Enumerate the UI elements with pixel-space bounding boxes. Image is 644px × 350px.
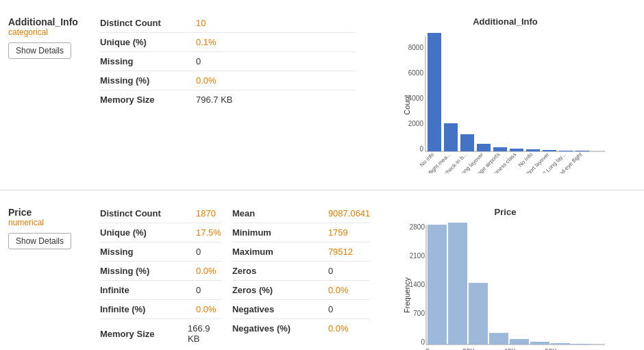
stat-value: 79512 [328, 247, 353, 257]
stat-value: 0 [196, 56, 201, 66]
stat-label: Maximum [232, 247, 328, 257]
chart-title-price: Price [495, 207, 517, 217]
stats-row: Unique (%) 17.5% [100, 223, 221, 242]
field-name-price: Price [8, 207, 81, 218]
chart-svg-price: Frequency 0 700 1400 2100 2800 [403, 220, 608, 350]
stats-row: Minimum 1759 [232, 223, 370, 242]
stats-row: Unique (%) 0.1% [100, 33, 356, 52]
stat-value: 1759 [328, 227, 348, 238]
svg-text:0: 0 [419, 145, 423, 153]
stat-label: Missing (%) [100, 75, 196, 86]
bar-60k-70k [551, 343, 570, 345]
stat-value: 0.0% [196, 75, 216, 86]
stats-row: Zeros (%) 0.0% [232, 281, 370, 300]
stat-value: 0 [196, 247, 201, 257]
stat-label: Memory Size [100, 329, 188, 339]
svg-text:6000: 6000 [408, 69, 423, 77]
bar-nocheckin [460, 134, 474, 151]
stat-value: 0.0% [328, 285, 349, 295]
svg-text:8000: 8000 [408, 44, 423, 51]
bar-businessclass [510, 149, 523, 151]
stats-row: Distinct Count 10 [100, 14, 356, 33]
stat-label: Zeros (%) [232, 285, 328, 295]
stat-value: 17.5% [196, 227, 221, 238]
section-additional-info: Additional_Info categorical Show Details… [0, 0, 644, 190]
chart-svg-additional-info: Count 0 2000 4000 6000 8000 [403, 29, 608, 173]
stats-row: Missing (%) 0.0% [100, 262, 221, 281]
stats-row: Memory Size 166.9 KB [100, 319, 221, 348]
bar-0-10k [428, 225, 447, 345]
svg-text:2800: 2800 [409, 223, 425, 231]
stats-row: Negatives (%) 0.0% [232, 319, 370, 338]
bar-70k-plus [571, 344, 591, 345]
stat-label: Distinct Count [100, 208, 196, 218]
bar-noinfo2 [526, 149, 540, 151]
svg-text:0: 0 [421, 338, 425, 346]
stat-label: Unique (%) [100, 227, 196, 238]
bar-changeairports [493, 147, 507, 151]
stats-row: Missing 0 [100, 242, 221, 262]
chart-price: Price Frequency 0 700 1400 2100 2800 [367, 201, 644, 350]
stat-value: 0.0% [196, 304, 216, 314]
stat-value: 796.7 KB [196, 95, 233, 105]
bar-inflight [444, 123, 458, 151]
stat-label: Missing [100, 56, 196, 66]
chart-title-additional-info: Additional_Info [473, 16, 538, 27]
svg-text:700: 700 [413, 310, 425, 317]
stats-table-additional-info: Distinct Count 10 Unique (%) 0.1% Missin… [89, 11, 367, 112]
stats-row: Memory Size 796.7 KB [100, 90, 356, 109]
stat-value: 0.0% [196, 266, 216, 276]
stat-value: 0 [196, 285, 201, 295]
bar-40k-50k [510, 339, 529, 345]
field-name-additional-info: Additional_Info [8, 16, 81, 27]
stat-label: Minimum [232, 227, 328, 238]
stat-label: Negatives (%) [232, 323, 328, 334]
field-type-price: numerical [8, 218, 81, 227]
field-type-additional-info: categorical [8, 27, 81, 37]
stat-value: 166.9 KB [188, 323, 221, 344]
stat-label: Zeros [232, 266, 328, 276]
stat-value: 9087.0641 [328, 208, 370, 218]
bar-50k-60k [530, 342, 549, 345]
show-details-button-price[interactable]: Show Details [8, 233, 71, 249]
bar-no-info [428, 33, 441, 151]
svg-text:4000: 4000 [408, 95, 423, 102]
stat-label: Missing [100, 247, 196, 257]
show-details-button-additional-info[interactable]: Show Details [8, 42, 71, 59]
stat-label: Missing (%) [100, 266, 196, 276]
bar-10k-20k [448, 223, 467, 345]
stats-row: Missing (%) 0.0% [100, 71, 356, 90]
stat-label: Unique (%) [100, 37, 196, 47]
stat-label: Negatives [232, 304, 328, 314]
stats-col-right: Mean 9087.0641 Minimum 1759 Maximum 7951… [227, 204, 370, 348]
stats-col-left: Distinct Count 1870 Unique (%) 17.5% Mis… [100, 204, 227, 348]
svg-text:1400: 1400 [409, 281, 425, 288]
bar-longlayover [477, 144, 491, 151]
stat-value: 0 [328, 304, 333, 314]
bar-shortlayover [543, 150, 556, 151]
stats-table-price: Distinct Count 1870 Unique (%) 17.5% Mis… [89, 201, 367, 350]
left-panel-additional-info: Additional_Info categorical Show Details [0, 11, 89, 64]
svg-text:2000: 2000 [408, 120, 423, 127]
stat-label: Memory Size [100, 95, 196, 105]
bar-20k-30k [469, 283, 488, 345]
stats-row: Infinite 0 [100, 281, 221, 300]
stats-row: Zeros 0 [232, 262, 370, 281]
bar-30k-40k [489, 333, 508, 345]
section-price: Price numerical Show Details Distinct Co… [0, 190, 644, 350]
stats-row: Distinct Count 1870 [100, 204, 221, 223]
stats-row: Negatives 0 [232, 300, 370, 319]
stats-row: Maximum 79512 [232, 242, 370, 262]
stats-row: Missing 0 [100, 52, 356, 71]
stat-label: Infinite (%) [100, 304, 196, 314]
left-panel-price: Price numerical Show Details [0, 201, 89, 255]
stat-value: 10 [196, 18, 206, 28]
stat-label: Infinite [100, 285, 196, 295]
stats-row: Infinite (%) 0.0% [100, 300, 221, 319]
chart-additional-info: Additional_Info Count 0 2000 4000 6000 8… [367, 11, 644, 179]
bar-2longlayover [559, 151, 573, 151]
stat-value: 0.0% [328, 323, 349, 334]
stat-label: Distinct Count [100, 18, 196, 28]
stats-row: Mean 9087.0641 [232, 204, 370, 223]
stat-label: Mean [232, 208, 328, 218]
